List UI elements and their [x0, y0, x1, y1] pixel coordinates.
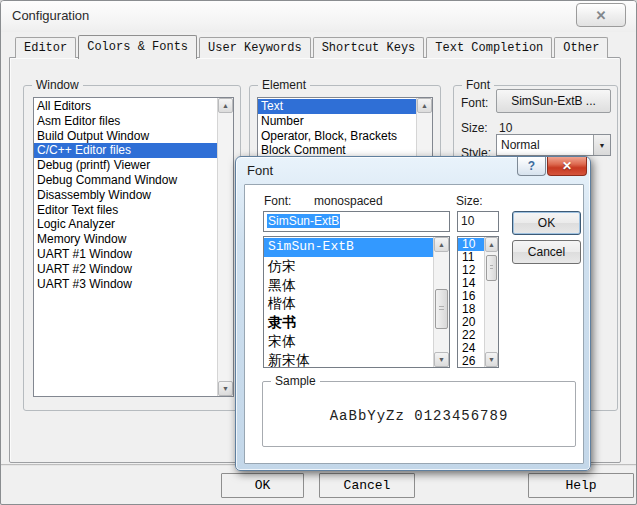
- scroll-down-icon[interactable]: ▼: [218, 381, 233, 396]
- font-name-input[interactable]: SimSun-ExtB: [263, 211, 450, 232]
- size-list-item[interactable]: 26: [458, 355, 484, 368]
- font-list-item[interactable]: 隶书: [264, 313, 433, 332]
- scroll-up-icon[interactable]: ▲: [218, 98, 233, 113]
- style-dropdown-value: Normal: [501, 138, 540, 152]
- chevron-down-icon[interactable]: ▼: [593, 135, 610, 155]
- font-list-scrollbar[interactable]: ▲ ▼: [433, 237, 449, 367]
- size-field-label: Size:: [456, 194, 483, 208]
- font-list-item[interactable]: 楷体: [264, 294, 433, 313]
- configuration-dialog: Configuration ✕ EditorColors & FontsUser…: [0, 0, 637, 505]
- scroll-up-icon[interactable]: ▲: [434, 237, 449, 252]
- size-label: Size:: [461, 121, 488, 135]
- font-name-input-value: SimSun-ExtB: [267, 214, 340, 228]
- tab-bar: EditorColors & FontsUser KeywordsShortcu…: [15, 36, 610, 58]
- window-list-item[interactable]: Build Output Window: [34, 129, 217, 144]
- ok-button[interactable]: OK: [221, 473, 304, 498]
- size-input[interactable]: 10: [457, 211, 499, 232]
- font-list-item[interactable]: 新宋体: [264, 351, 433, 368]
- scroll-down-icon[interactable]: ▼: [485, 352, 498, 367]
- help-icon[interactable]: ?: [517, 157, 546, 176]
- title-bar: Configuration ✕: [1, 1, 636, 32]
- window-list-item[interactable]: Logic Analyzer: [34, 217, 217, 232]
- scroll-up-icon[interactable]: ▲: [417, 98, 432, 113]
- window-list-item[interactable]: Debug (printf) Viewer: [34, 158, 217, 173]
- sample-group-label: Sample: [271, 374, 320, 388]
- sample-text: AaBbYyZz 0123456789: [263, 408, 575, 424]
- window-list-item[interactable]: UART #1 Window: [34, 247, 217, 262]
- element-list-item[interactable]: Text: [258, 99, 416, 114]
- font-label: Font:: [461, 96, 488, 110]
- window-list-item[interactable]: Asm Editor files: [34, 114, 217, 129]
- scroll-down-icon[interactable]: ▼: [434, 352, 449, 367]
- font-list-item[interactable]: 宋体: [264, 332, 433, 351]
- size-list-scrollbar[interactable]: ▲ ▼: [484, 237, 498, 367]
- monospaced-hint: monospaced: [314, 194, 383, 208]
- scrollbar-thumb[interactable]: [435, 289, 448, 329]
- font-list-item[interactable]: SimSun-ExtB: [264, 238, 433, 257]
- close-icon: ✕: [596, 9, 607, 22]
- font-dialog-title: Font: [247, 163, 273, 178]
- size-value: 10: [499, 121, 512, 135]
- scrollbar-thumb[interactable]: [486, 255, 497, 281]
- font-group-label: Font: [462, 78, 494, 92]
- scroll-up-icon[interactable]: ▲: [485, 237, 498, 252]
- size-list[interactable]: 10111214161820222426 ▲ ▼: [457, 236, 499, 368]
- font-field-label: Font:: [264, 194, 291, 208]
- font-select-button[interactable]: SimSun-ExtB ...: [496, 89, 611, 113]
- tab[interactable]: Editor: [15, 37, 76, 58]
- font-dialog-ok-button[interactable]: OK: [512, 211, 581, 235]
- window-title: Configuration: [12, 8, 89, 23]
- font-list[interactable]: SimSun-ExtB仿宋黑体楷体隶书宋体新宋体 ▲ ▼: [263, 236, 450, 368]
- close-icon[interactable]: ✕: [547, 157, 587, 176]
- tab[interactable]: Shortcut Keys: [313, 37, 425, 58]
- window-list-item[interactable]: All Editors: [34, 99, 217, 114]
- tab[interactable]: Other: [554, 37, 608, 58]
- window-list-item[interactable]: Editor Text files: [34, 203, 217, 218]
- window-group-label: Window: [32, 78, 83, 92]
- element-list-item[interactable]: Number: [258, 114, 416, 129]
- window-list-scrollbar[interactable]: ▲ ▼: [217, 98, 233, 396]
- window-list[interactable]: All EditorsAsm Editor filesBuild Output …: [33, 97, 234, 397]
- help-button[interactable]: Help: [528, 473, 634, 498]
- font-list-item[interactable]: 仿宋: [264, 257, 433, 276]
- window-list-item[interactable]: Memory Window: [34, 232, 217, 247]
- window-list-item[interactable]: Disassembly Window: [34, 188, 217, 203]
- window-list-item[interactable]: UART #3 Window: [34, 277, 217, 292]
- style-dropdown[interactable]: Normal ▼: [496, 134, 611, 156]
- window-list-item[interactable]: UART #2 Window: [34, 262, 217, 277]
- element-list-item[interactable]: Operator, Block, Brackets: [258, 129, 416, 144]
- window-list-item[interactable]: Debug Command Window: [34, 173, 217, 188]
- tab[interactable]: Text Completion: [426, 37, 552, 58]
- font-dialog-cancel-button[interactable]: Cancel: [512, 240, 581, 264]
- sample-group: Sample AaBbYyZz 0123456789: [262, 381, 576, 447]
- tab[interactable]: User Keywords: [199, 37, 311, 58]
- tab[interactable]: Colors & Fonts: [78, 35, 197, 59]
- window-list-item[interactable]: C/C++ Editor files: [34, 143, 217, 158]
- cancel-button[interactable]: Cancel: [319, 473, 415, 498]
- font-dialog-panel: Font: monospaced Size: SimSun-ExtB 10 OK…: [244, 184, 584, 464]
- font-dialog: Font ? ✕ Font: monospaced Size: SimSun-E…: [235, 156, 591, 471]
- close-button[interactable]: ✕: [576, 3, 626, 27]
- font-list-item[interactable]: 黑体: [264, 276, 433, 295]
- element-group-label: Element: [258, 78, 310, 92]
